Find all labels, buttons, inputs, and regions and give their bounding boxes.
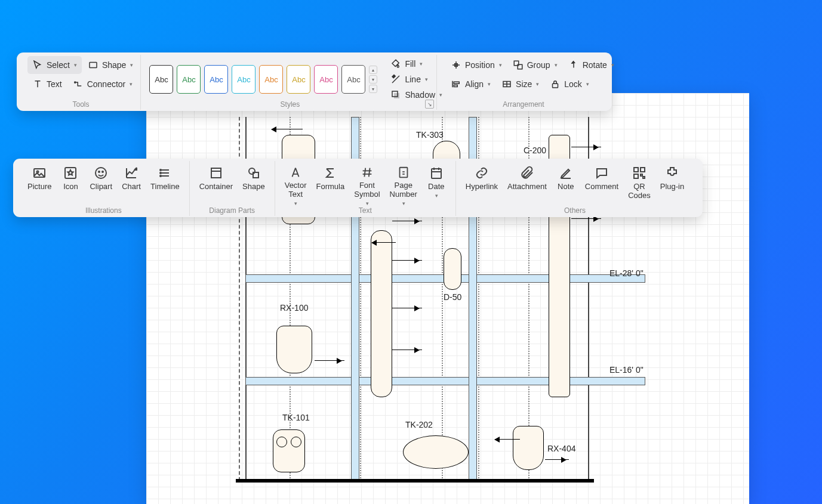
qr-codes-button[interactable]: QR Codes [623,163,655,206]
insert-shape-button[interactable]: Shape [238,163,270,206]
rotate-button[interactable]: Rotate▾ [564,56,619,74]
group-text: Vector Text ▾ Formula Font Symbol ▾ Page… [275,161,456,216]
style-swatch[interactable]: Abc [177,65,201,94]
picture-button[interactable]: Picture [23,163,56,206]
chevron-down-icon: ▾ [74,62,77,68]
select-button[interactable]: Select▾ [27,56,82,74]
pid-diagram: TK-303 C-200 D-50 RX-100 TK-101 TK-202 R… [146,93,749,504]
note-button[interactable]: Note [552,163,580,206]
formula-button[interactable]: Formula [312,163,350,206]
label-el16: EL-16' 0" [609,365,644,375]
select-label: Select [47,60,70,70]
vector-text-button[interactable]: Vector Text ▾ [280,163,312,206]
cursor-icon [32,60,43,70]
container-icon [209,166,223,180]
group-icon [513,60,524,70]
chevron-down-icon: ▾ [488,81,491,87]
vector-text-label: Vector Text [285,181,307,199]
position-label: Position [465,60,495,70]
vessel-tk101[interactable] [273,429,305,472]
line-button[interactable]: Line▾ [386,72,432,87]
group-arrangement: Position▾ Group▾ Rotate▾ Align▾ Size▾ [440,55,607,110]
comment-button[interactable]: Comment [580,163,623,206]
swatch-more-button[interactable]: ▾ [369,85,377,93]
svg-rect-25 [634,168,638,172]
tk101-port [291,437,301,447]
style-swatch[interactable]: Abc [232,65,255,94]
vessel-rx404[interactable] [513,426,544,470]
flow-arrow [392,221,422,221]
svg-point-18 [160,172,161,174]
page-number-button[interactable]: Page Number ▾ [385,163,422,206]
attachment-button[interactable]: Attachment [503,163,552,206]
group-others: Hyperlink Attachment Note Comment QR Cod… [456,161,694,216]
svg-rect-26 [641,168,645,172]
flow-arrow [571,147,601,147]
font-symbol-button[interactable]: Font Symbol ▾ [349,163,384,206]
style-swatch[interactable]: Abc [314,65,338,94]
group-label-others: Others [456,206,694,215]
column-tower[interactable] [371,230,392,397]
vessel-rx100[interactable] [276,326,312,373]
group-label-styles: Styles [143,100,436,109]
ground-line [236,479,594,483]
flow-arrow [495,439,520,440]
ribbon-home: Select▾ Shape▾ Text Connector▾ Tools Abc… [17,52,612,111]
svg-rect-8 [454,85,457,87]
date-label: Date [428,183,444,191]
fill-button[interactable]: Fill▾ [386,56,427,72]
shape-label: Shape [102,60,126,70]
group-label: Group [527,60,550,70]
text-button[interactable]: Text [27,75,67,93]
align-icon [451,79,461,89]
vessel-tk202[interactable] [403,435,469,469]
formula-label: Formula [316,183,345,191]
smiley-icon [94,166,108,180]
comment-label: Comment [585,183,618,191]
align-button[interactable]: Align▾ [446,75,495,93]
style-swatch[interactable]: Abc [149,65,173,94]
vessel-d50[interactable] [444,248,461,290]
page-number-icon [396,166,411,179]
pencil-icon [559,166,573,180]
icon-button[interactable]: Icon [56,163,85,206]
styles-launcher-button[interactable]: ↘ [425,100,434,109]
shape-button[interactable]: Shape▾ [83,56,138,74]
swatch-down-button[interactable]: ▾ [369,75,377,84]
canvas-page[interactable]: TK-303 C-200 D-50 RX-100 TK-101 TK-202 R… [146,93,749,504]
style-swatch[interactable]: Abc [204,65,228,94]
clipart-button[interactable]: Clipart [85,163,117,206]
date-button[interactable]: Date ▾ [422,163,451,206]
chevron-down-icon: ▾ [425,76,428,82]
hyperlink-button[interactable]: Hyperlink [461,163,503,206]
plugin-button[interactable]: Plug-in [655,163,689,206]
style-swatch[interactable]: Abc [341,65,365,94]
group-button[interactable]: Group▾ [508,56,562,74]
label-rx404: RX-404 [547,444,575,453]
line-label: Line [405,75,420,84]
chart-icon [124,166,138,180]
lock-label: Lock [564,79,582,89]
position-button[interactable]: Position▾ [446,56,507,74]
ribbon-insert: Picture Icon Clipart Chart Timeline Illu… [13,159,703,217]
calendar-icon [429,166,444,180]
label-el28: EL-28' 0" [609,268,644,278]
swatch-up-button[interactable]: ▴ [369,66,377,74]
text-icon [32,79,43,89]
size-button[interactable]: Size▾ [497,75,544,93]
timeline-button[interactable]: Timeline [146,163,184,206]
style-swatch[interactable]: Abc [287,65,310,94]
vector-text-icon [288,166,303,179]
style-swatch[interactable]: Abc [259,65,283,94]
lock-button[interactable]: Lock▾ [545,75,594,93]
svg-point-16 [102,171,103,172]
position-icon [451,60,461,70]
chevron-down-icon: ▾ [435,193,438,199]
container-button[interactable]: Container [195,163,238,206]
fill-label: Fill [405,59,415,69]
svg-rect-27 [634,174,638,178]
connector-button[interactable]: Connector▾ [68,75,138,93]
flow-arrow [315,360,344,361]
chart-button[interactable]: Chart [117,163,146,206]
size-icon [501,79,512,89]
